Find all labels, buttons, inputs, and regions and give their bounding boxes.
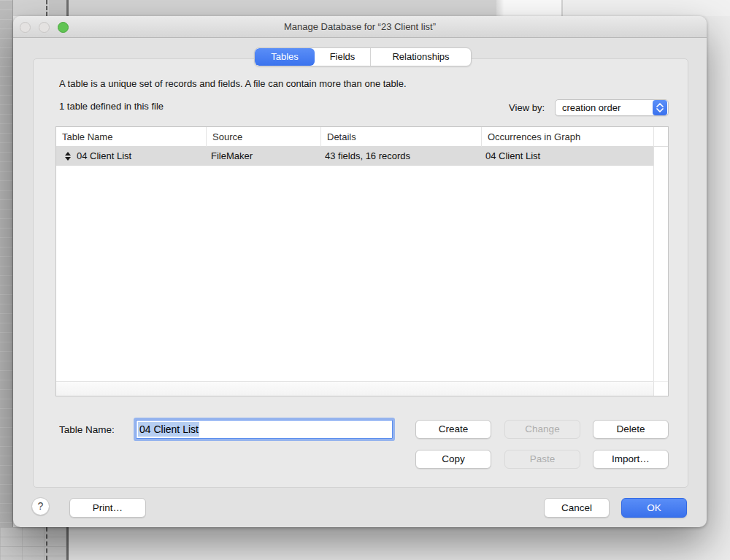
layout-boundary-line-bottom: [66, 527, 69, 560]
background-window-pane: [496, 0, 562, 16]
tables-list: Table Name Source Details Occurrences in…: [55, 126, 669, 396]
background-window-pane-right: [563, 0, 730, 16]
column-header-details: Details: [320, 127, 481, 147]
table-description: A table is a unique set of records and f…: [59, 78, 407, 89]
cancel-button[interactable]: Cancel: [544, 498, 610, 518]
tab-tables[interactable]: Tables: [255, 48, 315, 66]
layout-boundary-line: [66, 0, 69, 16]
column-header-table-name: Table Name: [56, 127, 206, 147]
scrollbar-corner: [653, 381, 668, 396]
background-grid-cell: [49, 0, 66, 16]
popup-stepper-icon: [653, 100, 667, 115]
copy-button[interactable]: Copy: [415, 450, 491, 469]
tab-relationships[interactable]: Relationships: [370, 48, 471, 66]
row-table-name: 04 Client List: [77, 147, 205, 166]
window-title: Manage Database for “23 Client list”: [13, 16, 707, 38]
paste-button: Paste: [504, 450, 580, 469]
tab-fields[interactable]: Fields: [315, 48, 370, 66]
import-button[interactable]: Import…: [593, 450, 669, 469]
create-button[interactable]: Create: [415, 420, 491, 439]
layout-boundary-dashed-line-bottom: [46, 527, 47, 560]
view-by-select[interactable]: creation order: [555, 99, 669, 116]
ok-button[interactable]: OK: [621, 498, 687, 518]
view-by-value: creation order: [556, 102, 653, 113]
vertical-scrollbar[interactable]: [653, 147, 668, 381]
reorder-icon: [64, 151, 71, 161]
table-count-summary: 1 table defined in this file: [59, 101, 164, 112]
table-name-input[interactable]: 04 Client List: [136, 420, 393, 439]
help-button[interactable]: ?: [31, 497, 50, 515]
change-button: Change: [504, 420, 580, 439]
background-grid: [0, 527, 66, 560]
table-row[interactable]: 04 Client List FileMaker 43 fields, 16 r…: [56, 147, 653, 166]
horizontal-scrollbar[interactable]: [56, 381, 653, 396]
manage-database-dialog: Manage Database for “23 Client list” Tab…: [13, 16, 707, 527]
selected-text: 04 Client List: [138, 422, 199, 437]
view-by-label: View by:: [457, 102, 545, 113]
background-ruler-strip: [0, 0, 13, 560]
row-source: FileMaker: [211, 147, 317, 166]
column-header-source: Source: [206, 127, 320, 147]
print-button[interactable]: Print…: [69, 498, 146, 518]
column-header-occurrences: Occurrences in Graph: [481, 127, 653, 147]
table-name-label: Table Name:: [59, 424, 115, 435]
row-details: 43 fields, 16 records: [325, 147, 478, 166]
tab-bar: Tables Fields Relationships: [254, 47, 472, 66]
layout-boundary-dashed-line: [46, 0, 47, 16]
content-panel: A table is a unique set of records and f…: [33, 58, 688, 488]
delete-button[interactable]: Delete: [593, 420, 669, 439]
title-bar[interactable]: Manage Database for “23 Client list”: [13, 16, 707, 38]
tables-list-header: Table Name Source Details Occurrences in…: [56, 127, 668, 147]
row-occurrences: 04 Client List: [485, 147, 650, 166]
column-header-scroll-spacer: [653, 127, 668, 147]
